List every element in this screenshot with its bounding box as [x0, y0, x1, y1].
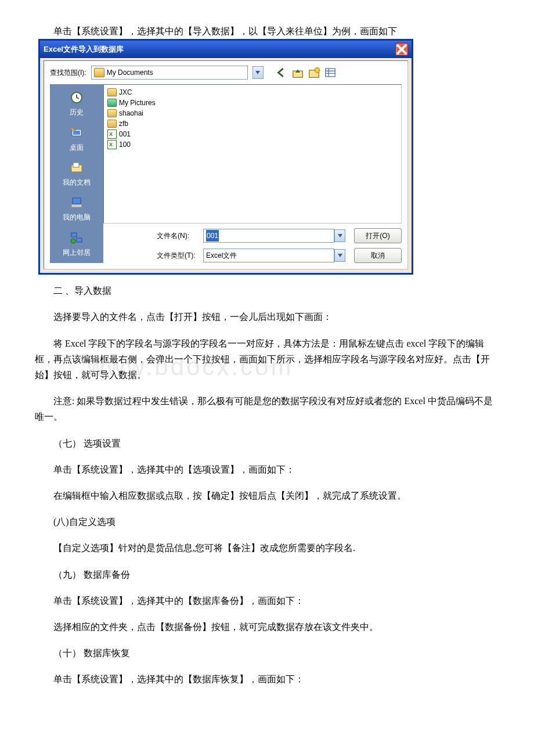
- intro-paragraph: 单击【系统设置】，选择其中的【导入数据】，以【导入来往单位】为例，画面如下 Ex…: [35, 23, 499, 272]
- svg-rect-8: [73, 163, 79, 167]
- network-icon: [68, 231, 85, 246]
- open-button[interactable]: 打开(O): [354, 228, 402, 243]
- filename-dropdown[interactable]: [334, 229, 345, 242]
- arrow-left-icon: [275, 66, 288, 79]
- list-item[interactable]: shaohai: [107, 108, 398, 118]
- place-history-label: 历史: [70, 106, 84, 118]
- excel-file-icon: [107, 129, 117, 139]
- back-button[interactable]: [275, 67, 288, 78]
- up-folder-icon: [291, 66, 304, 79]
- lookin-combo[interactable]: My Documents: [91, 66, 248, 80]
- place-network-label: 网上邻居: [63, 247, 91, 258]
- dialog-title: Excel文件导入到数据库: [44, 43, 124, 56]
- dialog-main: 历史 桌面 我的文档: [50, 84, 402, 263]
- svg-point-2: [315, 68, 319, 73]
- mydocs-icon: [68, 160, 85, 175]
- chevron-down-icon: [255, 71, 260, 74]
- paragraph: 单击【系统设置】，选择其中的【数据库备份】，画面如下：: [35, 593, 499, 609]
- section-9-title: （九） 数据库备份: [35, 567, 499, 582]
- place-mydocs-label: 我的文档: [63, 177, 91, 188]
- dialog-toolbar: [275, 67, 337, 78]
- svg-rect-11: [71, 233, 77, 237]
- paragraph: 【自定义选项】针对的是货品信息,您可将【备注】改成您所需要的字段名.: [35, 540, 499, 556]
- svg-rect-9: [73, 198, 81, 204]
- svg-rect-3: [325, 69, 335, 77]
- svg-rect-10: [71, 204, 82, 207]
- paragraph: 单击【系统设置】，选择其中的【数据库恢复】，画面如下：: [35, 671, 499, 687]
- filename-value: 001: [206, 230, 219, 242]
- svg-point-13: [71, 239, 75, 243]
- computer-icon: [68, 195, 85, 210]
- section-7-title: （七） 选项设置: [35, 435, 499, 451]
- folder-icon: [107, 99, 117, 107]
- list-item[interactable]: 100: [107, 139, 398, 150]
- lookin-value: My Documents: [107, 67, 153, 78]
- view-list-icon: [324, 66, 337, 79]
- section-2-title: 二 、导入数据: [35, 283, 499, 298]
- lookin-dropdown-button[interactable]: [252, 66, 264, 79]
- file-list[interactable]: JXC My Pictures shaohai zfb 001 100: [103, 84, 402, 224]
- folder-icon: [107, 120, 117, 128]
- lookin-row: 查找范围(I): My Documents: [50, 66, 402, 80]
- close-button[interactable]: [395, 43, 408, 56]
- section-10-title: （十） 数据库恢复: [35, 645, 499, 661]
- section-8-title: (八)自定义选项: [35, 514, 499, 530]
- up-folder-button[interactable]: [291, 67, 304, 78]
- chevron-down-icon: [338, 234, 342, 237]
- paragraph: 单击【系统设置】，选择其中的【选项设置】，画面如下：: [35, 462, 499, 477]
- filetype-dropdown[interactable]: [334, 249, 345, 262]
- file-dialog: Excel文件导入到数据库 查找范围(I): My Documents: [38, 39, 413, 275]
- svg-rect-12: [77, 238, 82, 242]
- list-item[interactable]: zfb: [107, 118, 398, 129]
- new-folder-button[interactable]: [308, 67, 320, 78]
- folder-icon: [107, 88, 117, 96]
- list-item[interactable]: JXC: [107, 87, 398, 98]
- chevron-down-icon: [338, 254, 342, 257]
- paragraph: 注意: 如果导数据过程中发生错误，那么极有可能是您的数据字段没有对应好或者您的 …: [35, 393, 499, 424]
- filetype-input[interactable]: Excel文件: [203, 249, 334, 262]
- cancel-button[interactable]: 取消: [354, 248, 402, 263]
- filename-input[interactable]: 001: [203, 229, 334, 243]
- place-network[interactable]: 网上邻居: [63, 231, 91, 258]
- paragraph: 选择相应的文件夹，点击【数据备份】按钮，就可完成数据存放在该文件夹中。: [35, 619, 499, 635]
- filename-label: 文件名(N):: [157, 230, 203, 242]
- history-icon: [68, 90, 85, 105]
- filetype-value: Excel文件: [206, 250, 237, 261]
- place-mydocs[interactable]: 我的文档: [63, 160, 91, 188]
- paragraph: 选择要导入的文件名，点击【打开】按钮，一会儿后出现如下画面：: [35, 309, 499, 325]
- excel-file-icon: [107, 140, 117, 149]
- close-icon: [396, 44, 407, 55]
- view-button[interactable]: [324, 67, 337, 78]
- places-bar: 历史 桌面 我的文档: [50, 84, 103, 263]
- lookin-label: 查找范围(I):: [50, 67, 86, 78]
- list-item[interactable]: My Pictures: [107, 98, 398, 108]
- place-desktop-label: 桌面: [70, 142, 84, 153]
- folder-icon: [107, 109, 117, 117]
- place-mycomputer[interactable]: 我的电脑: [63, 195, 91, 223]
- intro-text: 单击【系统设置】，选择其中的【导入数据】，以【导入来往单位】为例，画面如下: [53, 26, 397, 36]
- folder-icon: [94, 68, 104, 77]
- desktop-icon: [68, 125, 85, 141]
- place-mycomputer-label: 我的电脑: [63, 211, 91, 223]
- dialog-titlebar: Excel文件导入到数据库: [40, 41, 412, 58]
- paragraph: 在编辑框中输入相应数据或点取，按【确定】按钮后点【关闭】，就完成了系统设置。: [35, 488, 499, 503]
- new-folder-icon: [308, 66, 320, 79]
- list-item[interactable]: 001: [107, 129, 398, 139]
- place-desktop[interactable]: 桌面: [68, 125, 85, 153]
- file-field-grid: 文件名(N): 001 打开(O) 文件类型(T): Excel文件 取消: [103, 228, 402, 263]
- place-history[interactable]: 历史: [68, 90, 85, 118]
- item-label: 100: [119, 139, 131, 150]
- filetype-label: 文件类型(T):: [157, 250, 203, 261]
- paragraph: 将 Excel 字段下的字段名与源字段的字段名一一对应好，具体方法是：用鼠标左键…: [35, 336, 499, 383]
